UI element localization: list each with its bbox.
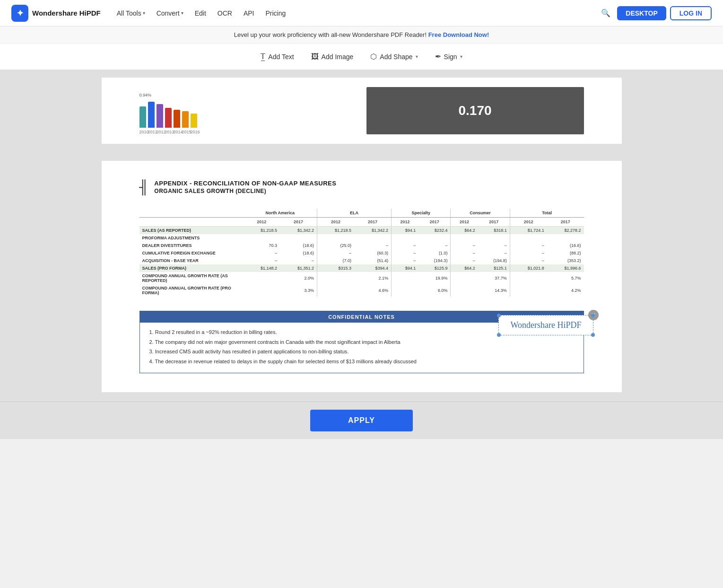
appendix-icon: ╢ (139, 181, 149, 194)
table-row: COMPOUND ANNUAL GROWTH RATE (AS REPORTED… (139, 272, 584, 284)
chart-year-label: 2011 (148, 130, 155, 134)
resize-handle-tl[interactable] (497, 314, 501, 317)
chart-bar (191, 114, 197, 128)
resize-handle-tr[interactable] (591, 314, 595, 317)
add-image-button[interactable]: 🖼 Add Image (305, 49, 360, 65)
chart-bar (148, 102, 155, 128)
page-top-section: 0.94% 2010201120122013201420152016 0.170 (0, 70, 723, 151)
chevron-down-icon: ▾ (181, 10, 183, 16)
chart-year-label: 2014 (174, 130, 180, 134)
conf-note: 2. The company did not win major governm… (149, 338, 574, 346)
nav-pricing[interactable]: Pricing (261, 7, 291, 20)
chart-year-label: 2013 (165, 130, 172, 134)
promo-banner: Level up your work proficiency with all-… (0, 26, 723, 44)
resize-handle-br[interactable] (591, 333, 595, 337)
table-row: ACQUISITION - BASE YEAR––(7.0)(51.4)–(19… (139, 257, 584, 264)
chart-labels: 2010201120122013201420152016 (139, 130, 357, 134)
image-icon: 🖼 (311, 53, 319, 61)
table-row: SALES (AS REPORTED)$1,218.5$1,342.2$1,21… (139, 227, 584, 235)
page-image: 0.170 (366, 87, 584, 134)
header-right: 🔍 DESKTOP LOG IN (598, 6, 712, 21)
banner-link[interactable]: Free Download Now! (428, 31, 489, 38)
page-main-section: ╢ APPENDIX - RECONCILIATION OF NON-GAAP … (0, 161, 723, 402)
chart-bar (165, 108, 172, 128)
table-row: SALES (PRO FORMA)$1,148.2$1,351.2$315.3$… (139, 264, 584, 272)
apply-bar: APPLY (0, 402, 723, 439)
appendix-title: APPENDIX - RECONCILIATION OF NON-GAAP ME… (154, 180, 336, 187)
page-card-top: 0.94% 2010201120122013201420152016 0.170 (102, 78, 622, 144)
table-row: PROFORMA ADJUSTMENTS (139, 234, 584, 242)
add-text-button[interactable]: T̲ Add Text (254, 48, 300, 65)
signature-overlay[interactable]: ✕ Wondershare HiPDF (498, 315, 593, 335)
chevron-down-icon: ▾ (143, 10, 145, 16)
add-shape-button[interactable]: ⬡ Add Shape ▾ (364, 48, 424, 65)
main-nav: All Tools ▾ Convert ▾ Edit OCR API Prici… (112, 7, 599, 20)
main-content: 0.94% 2010201120122013201420152016 0.170… (0, 70, 723, 402)
chart-bars (139, 99, 357, 128)
chart-bar (139, 106, 146, 128)
apply-button[interactable]: APPLY (310, 410, 413, 431)
nav-convert[interactable]: Convert ▾ (152, 7, 188, 20)
header: ✦ Wondershare HiPDF All Tools ▾ Convert … (0, 0, 723, 26)
financial-table: North America ELA Specialty Consumer Tot… (139, 209, 584, 297)
chart-bar (157, 104, 163, 128)
table-subheader-row: 2012 2017 2012 2017 2012 2017 2012 2017 … (139, 218, 584, 227)
text-icon: T̲ (261, 52, 265, 61)
chevron-down-icon: ▾ (460, 54, 462, 59)
table-header-row: North America ELA Specialty Consumer Tot… (139, 209, 584, 218)
chart-bar (182, 111, 189, 128)
nav-edit[interactable]: Edit (190, 7, 211, 20)
logo-text: Wondershare HiPDF (32, 9, 101, 17)
chart-year-label: 2015 (182, 130, 189, 134)
login-button[interactable]: LOG IN (670, 6, 712, 20)
logo-area: ✦ Wondershare HiPDF (11, 5, 101, 22)
signature-text: Wondershare HiPDF (510, 320, 581, 330)
nav-api[interactable]: API (239, 7, 259, 20)
logo-icon: ✦ (11, 5, 28, 22)
appendix-header: ╢ APPENDIX - RECONCILIATION OF NON-GAAP … (139, 180, 584, 194)
conf-note: 4. The decrease in revenue related to de… (149, 358, 574, 366)
chart-year-label: 2012 (157, 130, 163, 134)
desktop-button[interactable]: DESKTOP (617, 6, 666, 20)
editing-toolbar: T̲ Add Text 🖼 Add Image ⬡ Add Shape ▾ ✒ … (0, 44, 723, 70)
chevron-down-icon: ▾ (416, 54, 418, 59)
chart-area: 0.94% 2010201120122013201420152016 (139, 93, 357, 134)
nav-all-tools[interactable]: All Tools ▾ (112, 7, 150, 20)
table-row: DEALER DIVESTITURES70.3(18.6)(25.0)–––––… (139, 242, 584, 249)
table-row: COMPOUND ANNUAL GROWTH RATE (PRO FORMA)3… (139, 284, 584, 297)
appendix-subtitle: ORGANIC SALES GROWTH (DECLINE) (154, 188, 336, 194)
search-button[interactable]: 🔍 (598, 6, 613, 21)
chart-year-label: 2016 (191, 130, 197, 134)
table-row: CUMULATIVE FOREIGN EXCHANGE–(18.6)–(60.3… (139, 249, 584, 257)
sign-icon: ✒ (435, 52, 441, 61)
conf-note: 3. Increased CMS audit activity has resu… (149, 348, 574, 356)
chart-bar (174, 110, 180, 128)
chart-year-label: 2010 (139, 130, 146, 134)
nav-ocr[interactable]: OCR (213, 7, 237, 20)
page-card-main: ╢ APPENDIX - RECONCILIATION OF NON-GAAP … (102, 161, 622, 392)
shape-icon: ⬡ (370, 52, 377, 61)
sign-button[interactable]: ✒ Sign ▾ (428, 48, 469, 65)
chart-value-label: 0.94% (139, 93, 357, 97)
